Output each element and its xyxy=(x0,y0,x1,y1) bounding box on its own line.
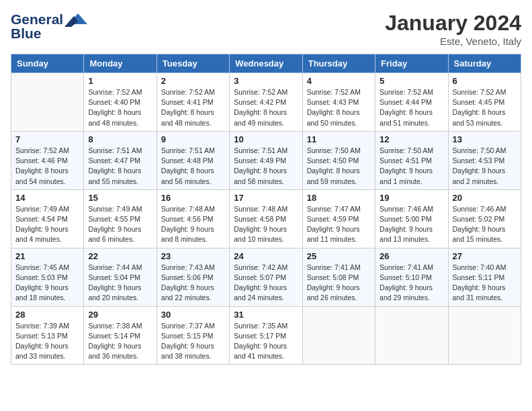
calendar-cell: 20Sunrise: 7:46 AM Sunset: 5:02 PM Dayli… xyxy=(448,189,521,248)
calendar-cell: 17Sunrise: 7:48 AM Sunset: 4:58 PM Dayli… xyxy=(230,189,302,248)
calendar-cell: 15Sunrise: 7:49 AM Sunset: 4:55 PM Dayli… xyxy=(84,189,157,248)
calendar-cell xyxy=(11,73,84,132)
header-thursday: Thursday xyxy=(302,54,375,73)
calendar-cell: 31Sunrise: 7:35 AM Sunset: 5:17 PM Dayli… xyxy=(230,306,302,365)
logo-icon xyxy=(64,8,87,28)
calendar-cell: 28Sunrise: 7:39 AM Sunset: 5:13 PM Dayli… xyxy=(11,306,84,365)
calendar-week-row: 21Sunrise: 7:45 AM Sunset: 5:03 PM Dayli… xyxy=(11,248,521,306)
day-number: 24 xyxy=(234,251,298,261)
calendar-cell xyxy=(375,306,448,365)
calendar-week-row: 14Sunrise: 7:49 AM Sunset: 4:54 PM Dayli… xyxy=(11,189,521,248)
day-number: 12 xyxy=(380,134,443,144)
calendar-cell: 25Sunrise: 7:41 AM Sunset: 5:08 PM Dayli… xyxy=(302,248,375,306)
day-number: 9 xyxy=(161,134,225,144)
day-number: 14 xyxy=(15,193,79,203)
day-number: 31 xyxy=(234,310,298,320)
day-info: Sunrise: 7:46 AM Sunset: 5:00 PM Dayligh… xyxy=(380,204,443,245)
page-header: General Blue January 2024 Este, Veneto, … xyxy=(11,11,521,47)
day-info: Sunrise: 7:48 AM Sunset: 4:56 PM Dayligh… xyxy=(161,204,225,245)
day-number: 18 xyxy=(307,193,371,203)
day-number: 2 xyxy=(161,76,225,86)
header-friday: Friday xyxy=(375,54,448,73)
calendar-cell: 22Sunrise: 7:44 AM Sunset: 5:04 PM Dayli… xyxy=(84,248,157,306)
calendar-header-row: SundayMondayTuesdayWednesdayThursdayFrid… xyxy=(11,54,521,73)
calendar-week-row: 7Sunrise: 7:52 AM Sunset: 4:46 PM Daylig… xyxy=(11,131,521,189)
calendar-cell: 13Sunrise: 7:50 AM Sunset: 4:53 PM Dayli… xyxy=(448,131,521,189)
day-number: 15 xyxy=(88,193,152,203)
day-info: Sunrise: 7:52 AM Sunset: 4:43 PM Dayligh… xyxy=(307,87,371,128)
day-number: 6 xyxy=(453,76,517,86)
day-number: 16 xyxy=(161,193,225,203)
header-saturday: Saturday xyxy=(448,54,521,73)
day-number: 25 xyxy=(307,251,371,261)
calendar-cell: 12Sunrise: 7:50 AM Sunset: 4:51 PM Dayli… xyxy=(375,131,448,189)
day-info: Sunrise: 7:46 AM Sunset: 5:02 PM Dayligh… xyxy=(453,204,517,245)
day-number: 5 xyxy=(380,76,443,86)
calendar-cell: 8Sunrise: 7:51 AM Sunset: 4:47 PM Daylig… xyxy=(84,131,157,189)
day-number: 3 xyxy=(234,76,298,86)
calendar-cell: 27Sunrise: 7:40 AM Sunset: 5:11 PM Dayli… xyxy=(448,248,521,306)
day-info: Sunrise: 7:50 AM Sunset: 4:51 PM Dayligh… xyxy=(380,146,443,187)
day-number: 28 xyxy=(15,310,79,320)
calendar-cell: 2Sunrise: 7:52 AM Sunset: 4:41 PM Daylig… xyxy=(157,73,229,132)
calendar-cell: 5Sunrise: 7:52 AM Sunset: 4:44 PM Daylig… xyxy=(375,73,448,132)
day-info: Sunrise: 7:38 AM Sunset: 5:14 PM Dayligh… xyxy=(88,321,152,362)
location: Este, Veneto, Italy xyxy=(385,36,521,47)
day-info: Sunrise: 7:44 AM Sunset: 5:04 PM Dayligh… xyxy=(88,263,152,304)
day-info: Sunrise: 7:49 AM Sunset: 4:55 PM Dayligh… xyxy=(88,204,152,245)
calendar-cell: 19Sunrise: 7:46 AM Sunset: 5:00 PM Dayli… xyxy=(375,189,448,248)
day-info: Sunrise: 7:35 AM Sunset: 5:17 PM Dayligh… xyxy=(234,321,298,362)
day-info: Sunrise: 7:41 AM Sunset: 5:10 PM Dayligh… xyxy=(380,263,443,304)
calendar-cell: 10Sunrise: 7:51 AM Sunset: 4:49 PM Dayli… xyxy=(230,131,302,189)
day-number: 13 xyxy=(453,134,517,144)
calendar-table: SundayMondayTuesdayWednesdayThursdayFrid… xyxy=(11,54,521,365)
day-number: 21 xyxy=(15,251,79,261)
calendar-cell: 21Sunrise: 7:45 AM Sunset: 5:03 PM Dayli… xyxy=(11,248,84,306)
day-info: Sunrise: 7:50 AM Sunset: 4:53 PM Dayligh… xyxy=(453,146,517,187)
day-info: Sunrise: 7:40 AM Sunset: 5:11 PM Dayligh… xyxy=(453,263,517,304)
day-number: 26 xyxy=(380,251,443,261)
header-wednesday: Wednesday xyxy=(230,54,302,73)
calendar-cell: 26Sunrise: 7:41 AM Sunset: 5:10 PM Dayli… xyxy=(375,248,448,306)
calendar-cell: 9Sunrise: 7:51 AM Sunset: 4:48 PM Daylig… xyxy=(157,131,229,189)
title-block: January 2024 Este, Veneto, Italy xyxy=(385,11,521,47)
calendar-cell: 6Sunrise: 7:52 AM Sunset: 4:45 PM Daylig… xyxy=(448,73,521,132)
calendar-cell: 23Sunrise: 7:43 AM Sunset: 5:06 PM Dayli… xyxy=(157,248,229,306)
calendar-week-row: 1Sunrise: 7:52 AM Sunset: 4:40 PM Daylig… xyxy=(11,73,521,132)
calendar-cell: 24Sunrise: 7:42 AM Sunset: 5:07 PM Dayli… xyxy=(230,248,302,306)
calendar-cell: 1Sunrise: 7:52 AM Sunset: 4:40 PM Daylig… xyxy=(84,73,157,132)
calendar-cell: 30Sunrise: 7:37 AM Sunset: 5:15 PM Dayli… xyxy=(157,306,229,365)
header-sunday: Sunday xyxy=(11,54,84,73)
calendar-cell: 3Sunrise: 7:52 AM Sunset: 4:42 PM Daylig… xyxy=(230,73,302,132)
day-info: Sunrise: 7:41 AM Sunset: 5:08 PM Dayligh… xyxy=(307,263,371,304)
day-number: 10 xyxy=(234,134,298,144)
header-tuesday: Tuesday xyxy=(157,54,229,73)
day-number: 22 xyxy=(88,251,152,261)
day-info: Sunrise: 7:51 AM Sunset: 4:49 PM Dayligh… xyxy=(234,146,298,187)
calendar-cell: 14Sunrise: 7:49 AM Sunset: 4:54 PM Dayli… xyxy=(11,189,84,248)
day-info: Sunrise: 7:52 AM Sunset: 4:42 PM Dayligh… xyxy=(234,87,298,128)
day-info: Sunrise: 7:52 AM Sunset: 4:46 PM Dayligh… xyxy=(15,146,79,187)
month-year: January 2024 xyxy=(385,11,521,36)
day-number: 23 xyxy=(161,251,225,261)
calendar-cell: 18Sunrise: 7:47 AM Sunset: 4:59 PM Dayli… xyxy=(302,189,375,248)
day-info: Sunrise: 7:45 AM Sunset: 5:03 PM Dayligh… xyxy=(15,263,79,304)
day-info: Sunrise: 7:51 AM Sunset: 4:47 PM Dayligh… xyxy=(88,146,152,187)
day-info: Sunrise: 7:43 AM Sunset: 5:06 PM Dayligh… xyxy=(161,263,225,304)
calendar-week-row: 28Sunrise: 7:39 AM Sunset: 5:13 PM Dayli… xyxy=(11,306,521,365)
calendar-cell: 29Sunrise: 7:38 AM Sunset: 5:14 PM Dayli… xyxy=(84,306,157,365)
day-info: Sunrise: 7:52 AM Sunset: 4:44 PM Dayligh… xyxy=(380,87,443,128)
day-info: Sunrise: 7:49 AM Sunset: 4:54 PM Dayligh… xyxy=(15,204,79,245)
day-info: Sunrise: 7:48 AM Sunset: 4:58 PM Dayligh… xyxy=(234,204,298,245)
calendar-cell xyxy=(302,306,375,365)
day-number: 7 xyxy=(15,134,79,144)
header-monday: Monday xyxy=(84,54,157,73)
logo: General Blue xyxy=(11,11,87,42)
day-number: 27 xyxy=(453,251,517,261)
day-info: Sunrise: 7:51 AM Sunset: 4:48 PM Dayligh… xyxy=(161,146,225,187)
day-number: 29 xyxy=(88,310,152,320)
day-info: Sunrise: 7:50 AM Sunset: 4:50 PM Dayligh… xyxy=(307,146,371,187)
calendar-cell: 16Sunrise: 7:48 AM Sunset: 4:56 PM Dayli… xyxy=(157,189,229,248)
day-info: Sunrise: 7:52 AM Sunset: 4:41 PM Dayligh… xyxy=(161,87,225,128)
calendar-cell: 7Sunrise: 7:52 AM Sunset: 4:46 PM Daylig… xyxy=(11,131,84,189)
